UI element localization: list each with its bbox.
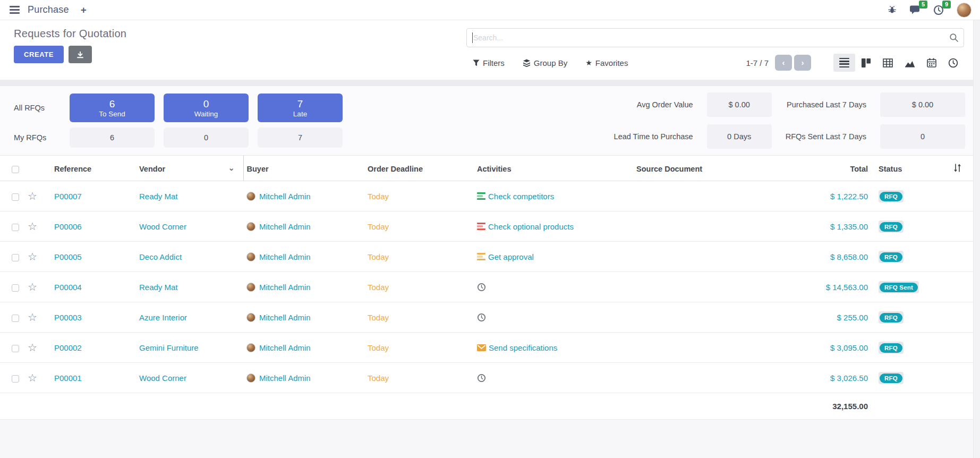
row-checkbox[interactable]: [12, 193, 19, 201]
kpi-lead-time-label: Lead Time to Purchase: [614, 132, 693, 141]
column-header-reference[interactable]: Reference: [51, 156, 136, 181]
create-button[interactable]: CREATE: [14, 46, 64, 63]
kanban-view-button[interactable]: [855, 54, 877, 72]
activity-icon[interactable]: [477, 192, 485, 200]
buyer-link[interactable]: Mitchell Admin: [259, 222, 311, 231]
plus-icon[interactable]: +: [81, 4, 87, 16]
buyer-link[interactable]: Mitchell Admin: [259, 283, 311, 292]
messages-icon[interactable]: 5: [909, 5, 921, 15]
table-row[interactable]: P00006 Wood Corner Mitchell Admin Today …: [0, 211, 980, 242]
column-header-activities[interactable]: Activities: [474, 156, 633, 181]
table-row[interactable]: P00002 Gemini Furniture Mitchell Admin T…: [0, 333, 980, 363]
table-row[interactable]: P00004 Ready Mat Mitchell Admin Today $ …: [0, 272, 980, 302]
buyer-link[interactable]: Mitchell Admin: [259, 313, 311, 322]
buyer-link[interactable]: Mitchell Admin: [259, 374, 311, 383]
activity-icon[interactable]: [477, 344, 486, 351]
table-row[interactable]: P00005 Deco Addict Mitchell Admin Today …: [0, 242, 980, 272]
row-checkbox[interactable]: [12, 224, 19, 231]
vendor-link[interactable]: Deco Addict: [139, 252, 182, 261]
reference-link[interactable]: P00001: [54, 374, 82, 383]
favorite-star-icon[interactable]: [28, 313, 37, 323]
filters-button[interactable]: Filters: [473, 58, 505, 67]
waiting-card[interactable]: 0 Waiting: [164, 94, 249, 122]
order-deadline-value: Today: [368, 343, 389, 352]
optional-columns-icon[interactable]: [953, 165, 961, 174]
vendor-link[interactable]: Wood Corner: [139, 374, 186, 383]
activity-clock-icon[interactable]: 9: [933, 5, 944, 15]
graph-view-button[interactable]: [899, 54, 921, 72]
my-waiting-card[interactable]: 0: [164, 128, 249, 148]
buyer-link[interactable]: Mitchell Admin: [259, 343, 311, 352]
favorites-button[interactable]: ★ Favorites: [585, 58, 628, 67]
source-document-value: [633, 181, 801, 211]
calendar-view-button[interactable]: [921, 54, 942, 72]
reference-link[interactable]: P00006: [54, 222, 82, 231]
reference-link[interactable]: P00004: [54, 283, 82, 292]
row-checkbox[interactable]: [12, 315, 19, 322]
reference-link[interactable]: P00005: [54, 252, 82, 261]
vendor-link[interactable]: Ready Mat: [139, 283, 178, 292]
user-avatar[interactable]: [957, 3, 972, 18]
favorite-star-icon[interactable]: [28, 192, 37, 201]
list-view-icon: [839, 58, 849, 68]
vendor-link[interactable]: Wood Corner: [139, 222, 186, 231]
column-header-total[interactable]: Total: [801, 156, 871, 181]
apps-menu-icon[interactable]: [10, 6, 20, 14]
pager-next-button[interactable]: ›: [794, 55, 811, 71]
activity-icon[interactable]: [477, 374, 486, 383]
buyer-link[interactable]: Mitchell Admin: [259, 192, 311, 201]
reference-link[interactable]: P00003: [54, 313, 82, 322]
activity-label[interactable]: Get approval: [488, 252, 534, 261]
list-view-button[interactable]: [833, 54, 855, 72]
bug-icon[interactable]: [888, 5, 897, 14]
table-row[interactable]: P00007 Ready Mat Mitchell Admin Today Ch…: [0, 181, 980, 211]
late-card[interactable]: 7 Late: [258, 94, 343, 122]
table-row[interactable]: P00001 Wood Corner Mitchell Admin Today …: [0, 363, 980, 393]
vendor-link[interactable]: Azure Interior: [139, 313, 187, 322]
activity-label[interactable]: Check competitors: [488, 192, 554, 201]
row-checkbox[interactable]: [12, 284, 19, 292]
column-header-status[interactable]: Status: [871, 156, 935, 181]
column-header-buyer[interactable]: Buyer: [243, 156, 364, 181]
favorite-star-icon[interactable]: [28, 283, 37, 292]
favorite-star-icon[interactable]: [28, 374, 37, 383]
all-rfqs-label[interactable]: All RFQs: [14, 104, 61, 112]
column-header-source-document[interactable]: Source Document: [633, 156, 801, 181]
vendor-link[interactable]: Gemini Furniture: [139, 343, 199, 352]
row-checkbox[interactable]: [12, 345, 19, 352]
activity-icon[interactable]: [477, 313, 486, 322]
activity-label[interactable]: Send specifications: [489, 343, 557, 352]
export-button[interactable]: [69, 46, 92, 63]
activity-icon[interactable]: [477, 283, 486, 292]
reference-link[interactable]: P00007: [54, 192, 82, 201]
favorite-star-icon[interactable]: [28, 223, 37, 232]
topbar-right: 5 9: [888, 3, 972, 18]
my-to-send-card[interactable]: 6: [70, 128, 155, 148]
to-send-card[interactable]: 6 To Send: [70, 94, 155, 122]
column-header-vendor[interactable]: Vendor⌄: [136, 156, 243, 181]
activity-view-button[interactable]: [942, 54, 964, 72]
vertical-scrollbar[interactable]: [973, 20, 980, 458]
pager-previous-button[interactable]: ‹: [775, 55, 792, 71]
activity-icon[interactable]: [477, 253, 485, 260]
app-name[interactable]: Purchase: [28, 4, 69, 15]
column-header-order-deadline[interactable]: Order Deadline: [364, 156, 474, 181]
select-all-checkbox[interactable]: [12, 166, 19, 173]
my-late-card[interactable]: 7: [258, 128, 343, 148]
row-checkbox[interactable]: [12, 375, 19, 383]
table-row[interactable]: P00003 Azure Interior Mitchell Admin Tod…: [0, 302, 980, 333]
favorite-star-icon[interactable]: [28, 344, 37, 353]
group-by-button[interactable]: Group By: [523, 58, 567, 67]
search-input[interactable]: [466, 28, 964, 47]
search-icon[interactable]: [949, 33, 959, 45]
row-checkbox[interactable]: [12, 254, 19, 261]
my-rfqs-label[interactable]: My RFQs: [14, 133, 61, 142]
reference-link[interactable]: P00002: [54, 343, 82, 352]
activity-label[interactable]: Check optional products: [488, 222, 574, 231]
favorite-star-icon[interactable]: [28, 253, 37, 262]
buyer-avatar: [246, 222, 255, 231]
buyer-link[interactable]: Mitchell Admin: [259, 252, 311, 261]
vendor-link[interactable]: Ready Mat: [139, 192, 178, 201]
pivot-view-button[interactable]: [877, 54, 899, 72]
activity-icon[interactable]: [477, 223, 485, 230]
